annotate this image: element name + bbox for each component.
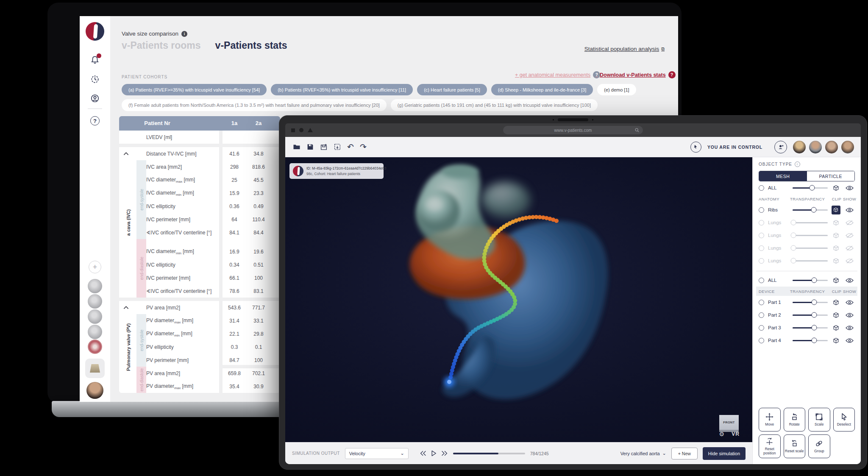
cohort-chip[interactable]: (e) demo [1] [597, 84, 636, 95]
notifications-bell-icon[interactable] [90, 55, 100, 64]
visibility-button[interactable] [844, 338, 855, 343]
cohort-chip[interactable]: (c) Heart failure patients [5] [417, 84, 487, 95]
statistical-analysis-link[interactable]: Statistical population analysis ⧉ [584, 46, 665, 52]
device-thumbnail[interactable] [85, 359, 105, 378]
slider-knob[interactable] [812, 325, 817, 331]
panel-row-ribs[interactable]: Ribs [759, 203, 855, 216]
toggle-mesh[interactable]: MESH [759, 171, 807, 181]
visibility-button[interactable] [844, 185, 855, 191]
slider-knob[interactable] [790, 258, 796, 264]
viewport-settings-gear-icon[interactable]: ⚙ [719, 431, 724, 437]
tab-v-patients-rooms[interactable]: v-Patients rooms [122, 40, 201, 51]
info-icon[interactable]: i [795, 161, 800, 167]
visibility-button[interactable] [844, 245, 855, 251]
add-item-button[interactable]: + [89, 261, 101, 273]
panel-row-lungs[interactable]: Lungs [759, 254, 855, 267]
radio-button[interactable] [759, 278, 764, 283]
cohort-chip[interactable]: (a) Patients (RVEF>=35%) with tricuspid … [122, 84, 267, 95]
slider-knob[interactable] [790, 220, 796, 225]
panel-row-part-4[interactable]: Part 4 [759, 334, 855, 347]
cohort-chip[interactable]: (f) Female adult patients from North/Sou… [122, 99, 387, 111]
file-save-star-icon[interactable] [320, 143, 328, 150]
url-bar[interactable]: www.v-patients.com [503, 126, 643, 134]
table-row[interactable]: PV area [mm2]543.6771.7 [119, 301, 280, 314]
visibility-button[interactable] [844, 258, 855, 264]
transparency-slider[interactable] [793, 222, 828, 223]
transparency-slider[interactable] [793, 340, 828, 341]
sidebar-thumbnail[interactable] [88, 325, 102, 339]
info-icon[interactable]: i [181, 31, 187, 37]
move-button[interactable]: Move [759, 408, 781, 431]
window-triangle-icon[interactable] [308, 128, 313, 132]
transparency-slider[interactable] [793, 327, 828, 328]
panel-row-lungs[interactable]: Lungs [759, 216, 855, 229]
panel-row-part-1[interactable]: Part 1 [759, 296, 855, 309]
transparency-slider[interactable] [793, 187, 828, 189]
rotate-button[interactable]: Rotate [784, 408, 806, 431]
transparency-slider[interactable] [793, 280, 828, 281]
panel-row-lungs[interactable]: Lungs [759, 242, 855, 254]
slider-knob[interactable] [812, 312, 817, 318]
panel-row-part-2[interactable]: Part 2 [759, 309, 855, 321]
visibility-button[interactable] [844, 300, 855, 305]
question-icon[interactable]: ? [668, 71, 676, 78]
radio-button[interactable] [759, 245, 764, 251]
clip-button[interactable] [830, 219, 841, 226]
transparency-slider[interactable] [793, 209, 828, 211]
clip-button[interactable] [830, 324, 841, 331]
hide-simulation-button[interactable]: Hide simulation [703, 447, 746, 460]
window-controls[interactable] [291, 128, 313, 132]
clip-button[interactable] [830, 245, 841, 252]
panel-row-lungs[interactable]: Lungs [759, 229, 855, 242]
visibility-button[interactable] [844, 207, 855, 213]
play-button[interactable] [431, 450, 437, 457]
clip-button[interactable] [830, 312, 841, 319]
help-icon[interactable]: ? [90, 116, 100, 125]
new-simulation-button[interactable]: + New [671, 448, 698, 459]
sidebar-thumbnail[interactable] [88, 279, 102, 293]
collaborator-avatar[interactable] [841, 141, 854, 153]
fast-forward-button[interactable] [441, 450, 448, 457]
app-logo[interactable] [86, 22, 104, 41]
get-anatomical-measurements-link[interactable]: + get anatomical measurements ? [515, 71, 600, 78]
radio-button[interactable] [759, 312, 764, 318]
window-square-icon[interactable] [291, 128, 295, 132]
clip-button[interactable] [830, 337, 841, 344]
scale-button[interactable]: Scale [808, 408, 830, 431]
file-save-icon[interactable] [306, 143, 314, 150]
sidebar-thumbnail[interactable] [88, 294, 102, 309]
transparency-slider[interactable] [793, 260, 828, 262]
radio-button[interactable] [759, 300, 764, 305]
question-icon[interactable]: ? [593, 71, 600, 78]
visibility-button[interactable] [844, 278, 855, 283]
radio-button[interactable] [759, 185, 764, 191]
reset-scale-button[interactable]: Reset scale [784, 434, 806, 458]
clip-button[interactable] [830, 184, 841, 192]
slider-knob[interactable] [812, 338, 817, 343]
clip-button[interactable] [830, 277, 841, 284]
visibility-button[interactable] [844, 233, 855, 238]
table-row[interactable]: Distance TV-IVC [mm]41.634.8 [119, 147, 280, 160]
slider-knob[interactable] [812, 300, 817, 305]
simulation-output-select[interactable]: Velocity ⌄ [345, 448, 409, 459]
slider-knob[interactable] [790, 245, 796, 251]
deselect-button[interactable]: Deselect [833, 408, 855, 431]
clip-button[interactable] [830, 206, 841, 214]
collaborator-avatar[interactable] [825, 141, 838, 153]
table-row[interactable]: LVEDV [ml] [119, 131, 280, 144]
3d-viewport[interactable]: ID: M-45a-83kg-172cm-61eaa4d7c229b64034e… [285, 157, 752, 442]
file-save-dash-icon[interactable] [334, 143, 341, 150]
radio-button[interactable] [759, 207, 764, 213]
panel-row-all[interactable]: ALL [759, 274, 855, 287]
account-icon[interactable] [90, 94, 100, 103]
redo-icon[interactable]: ↷ [360, 143, 367, 151]
radio-button[interactable] [759, 325, 764, 331]
sidebar-thumbnail[interactable] [88, 309, 102, 324]
orientation-cube[interactable]: FRONT [719, 415, 739, 432]
cohort-chip[interactable]: (g) Geriatric patients (145 to 191 cm) a… [391, 99, 598, 111]
transparency-slider[interactable] [793, 235, 828, 236]
window-circle-icon[interactable] [299, 128, 303, 132]
scenario-select[interactable]: Very calcified aorta ⌄ [620, 451, 666, 456]
timeline-slider[interactable] [453, 453, 525, 454]
rewind-button[interactable] [420, 450, 427, 457]
